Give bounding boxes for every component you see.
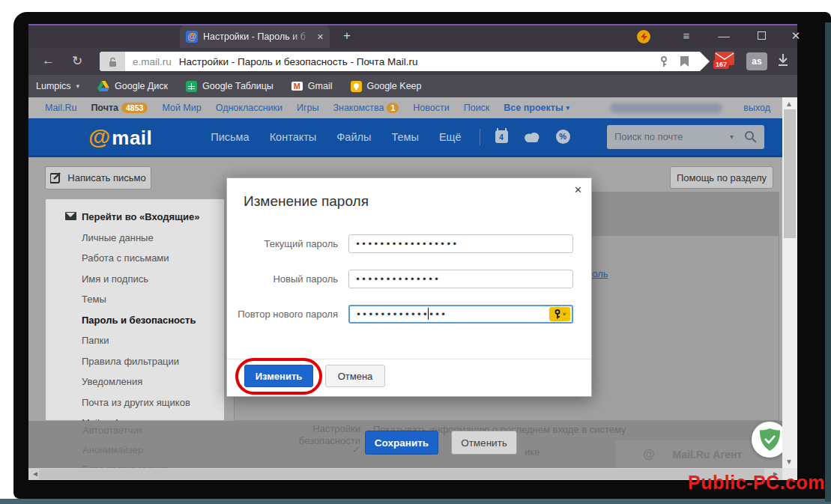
browser-tab[interactable]: @ Настройки - Пароль и б ✕ bbox=[180, 25, 330, 48]
bookmark-label: Google Таблицы bbox=[202, 81, 274, 91]
calendar-day: 4 bbox=[495, 130, 508, 143]
sidebar-item-personal-data[interactable]: Личные данные bbox=[65, 232, 224, 243]
header-nav-esche[interactable]: Ещё bbox=[439, 131, 462, 143]
header-nav-faily[interactable]: Файлы bbox=[336, 131, 371, 143]
logout-link[interactable]: выход bbox=[743, 103, 770, 113]
compose-button[interactable]: Написать письмо bbox=[45, 166, 151, 189]
google-sheets-icon bbox=[186, 81, 197, 92]
nav-znakomstva[interactable]: Знакомства 1 bbox=[333, 103, 399, 113]
page-viewport: Mail.Ru Почта 4853 Мой Мир Одноклассники… bbox=[28, 97, 782, 480]
nav-mailru[interactable]: Mail.Ru bbox=[45, 103, 76, 113]
bookmark-label: Google Keep bbox=[367, 81, 422, 91]
bookmark-folder-lumpics[interactable]: Lumpics ▾ bbox=[36, 81, 79, 91]
current-password-field[interactable] bbox=[348, 234, 573, 253]
scroll-up-icon[interactable]: ▲ bbox=[785, 100, 793, 108]
vertical-scrollbar[interactable]: ▲ ▼ bbox=[782, 97, 797, 480]
vertical-scroll-thumb[interactable] bbox=[784, 109, 796, 238]
horizontal-scroll-thumb[interactable] bbox=[39, 469, 764, 479]
nav-poisk[interactable]: Поиск bbox=[464, 103, 490, 113]
nav-odnoklassniki[interactable]: Одноклассники bbox=[216, 103, 282, 113]
new-password-label: Новый пароль bbox=[227, 273, 338, 285]
menu-button[interactable]: ≡ bbox=[677, 29, 695, 44]
nav-vse-proekty[interactable]: Все проекты ▾ bbox=[504, 103, 569, 113]
sidebar-item-name-signature[interactable]: Имя и подпись bbox=[65, 273, 224, 285]
mail-search-box[interactable]: Поиск по почте ▾ bbox=[607, 125, 764, 149]
bookmark-gmail[interactable]: M Gmail bbox=[291, 81, 333, 91]
bookmark-google-keep[interactable]: Google Keep bbox=[351, 81, 422, 92]
services-nav: Mail.Ru Почта 4853 Мой Мир Одноклассники… bbox=[28, 97, 782, 118]
header-nav-pisma[interactable]: Письма bbox=[211, 131, 249, 143]
dialog-divider bbox=[227, 359, 591, 359]
nav-label: Почта bbox=[91, 103, 118, 113]
mail-extension-icon[interactable]: 167 bbox=[715, 52, 737, 70]
new-password-field[interactable] bbox=[348, 270, 573, 288]
watermark: Public-PC.com bbox=[688, 472, 825, 494]
calendar-icon[interactable]: 4 bbox=[495, 130, 508, 143]
percent-glyph: % bbox=[556, 130, 570, 144]
download-arrow-icon bbox=[777, 53, 789, 67]
nav-novosti[interactable]: Новости bbox=[413, 103, 449, 113]
settings-sidebar: Перейти во «Входящие» Личные данные Рабо… bbox=[45, 198, 225, 421]
bookmark-google-drive[interactable]: Google Диск bbox=[97, 81, 168, 91]
browser-update-icon[interactable] bbox=[637, 30, 650, 43]
sidebar-item-filter-rules[interactable]: Правила фильтрации bbox=[65, 356, 224, 367]
close-window-button[interactable]: ✕ bbox=[787, 29, 805, 44]
mailru-logo[interactable]: @ mail bbox=[88, 124, 152, 150]
repeat-password-field[interactable] bbox=[348, 305, 573, 324]
sidebar-item-mail-handling[interactable]: Работа с письмами bbox=[65, 252, 224, 264]
sidebar-item-themes[interactable]: Темы bbox=[65, 294, 224, 305]
horizontal-scrollbar[interactable]: ◄ ► bbox=[28, 468, 782, 480]
repeat-password-label: Повтор нового пароля bbox=[227, 309, 338, 320]
nav-igry[interactable]: Игры bbox=[297, 103, 318, 113]
dialog-cancel-button[interactable]: Отмена bbox=[325, 365, 385, 387]
bookmark-google-sheets[interactable]: Google Таблицы bbox=[186, 81, 274, 92]
nav-pochta[interactable]: Почта 4853 bbox=[91, 103, 148, 113]
password-manager-key-button[interactable]: ˅ bbox=[549, 307, 570, 321]
cloud-icon[interactable] bbox=[523, 131, 541, 142]
mail-extension-badge: 167 bbox=[713, 60, 729, 69]
bookmark-label: Lumpics bbox=[36, 81, 71, 91]
sidebar-item-other-mailboxes[interactable]: Почта из других ящиков bbox=[65, 397, 224, 408]
new-tab-button[interactable]: + bbox=[337, 28, 357, 46]
adguard-assistant-button[interactable] bbox=[752, 422, 782, 458]
sidebar-item-password-security[interactable]: Пароль и безопасность bbox=[65, 315, 224, 326]
cancel-settings-button[interactable]: Отменить bbox=[451, 431, 517, 455]
sidebar-item-folders[interactable]: Папки bbox=[65, 335, 224, 346]
scroll-left-icon[interactable]: ◄ bbox=[31, 470, 39, 478]
dialog-close-icon[interactable]: ✕ bbox=[574, 184, 582, 195]
url-page-title: Настройки - Пароль и безопасность - Почт… bbox=[179, 56, 659, 67]
promo-percent-icon[interactable]: % bbox=[556, 130, 570, 144]
change-password-submit-button[interactable]: Изменить bbox=[244, 365, 313, 387]
envelope-icon bbox=[65, 212, 76, 220]
search-icon[interactable] bbox=[744, 130, 757, 143]
scroll-down-icon[interactable]: ▼ bbox=[785, 458, 793, 466]
checkbox-text-fragment-dimmed: ике bbox=[525, 446, 540, 458]
header-nav-kontakty[interactable]: Контакты bbox=[270, 131, 317, 143]
save-settings-button[interactable]: Сохранить bbox=[365, 431, 438, 455]
sidebar-item-notifications[interactable]: Уведомления bbox=[65, 376, 224, 387]
site-security-chip[interactable] bbox=[100, 52, 125, 71]
bookmark-icon[interactable] bbox=[680, 56, 689, 67]
url-field[interactable]: e.mail.ru Настройки - Пароль и безопасно… bbox=[100, 52, 710, 71]
header-nav-temy[interactable]: Темы bbox=[391, 131, 419, 143]
green-shield-check-icon bbox=[760, 428, 780, 451]
dimmed-footer-band: Автоответчик Анонимайзер Бета-тестирован… bbox=[28, 421, 782, 468]
address-bar: ← ↻ e.mail.ru Настройки - Пароль и безоп… bbox=[28, 48, 797, 75]
refresh-icon[interactable]: ↻ bbox=[72, 53, 82, 69]
tab-close-icon[interactable]: ✕ bbox=[317, 32, 324, 42]
maximize-button[interactable] bbox=[752, 29, 770, 44]
back-icon[interactable]: ← bbox=[42, 53, 55, 68]
nav-label: Знакомства bbox=[333, 103, 384, 113]
nav-moy-mir[interactable]: Мой Мир bbox=[162, 103, 201, 113]
security-settings-label-dimmed: Настройки безопасности bbox=[253, 423, 360, 447]
compose-icon bbox=[50, 172, 61, 183]
downloads-icon[interactable] bbox=[777, 53, 789, 70]
password-key-icon[interactable] bbox=[659, 56, 668, 67]
logo-at-icon: @ bbox=[88, 124, 110, 150]
help-button[interactable]: Помощь по разделу bbox=[670, 166, 773, 189]
as-extension-icon[interactable]: as bbox=[746, 52, 767, 70]
minimize-button[interactable]: — bbox=[715, 29, 733, 44]
frame-right-accent bbox=[825, 22, 831, 502]
sidebar-item-inbox[interactable]: Перейти во «Входящие» bbox=[65, 211, 224, 222]
search-scope-caret-icon[interactable]: ▾ bbox=[730, 133, 734, 141]
